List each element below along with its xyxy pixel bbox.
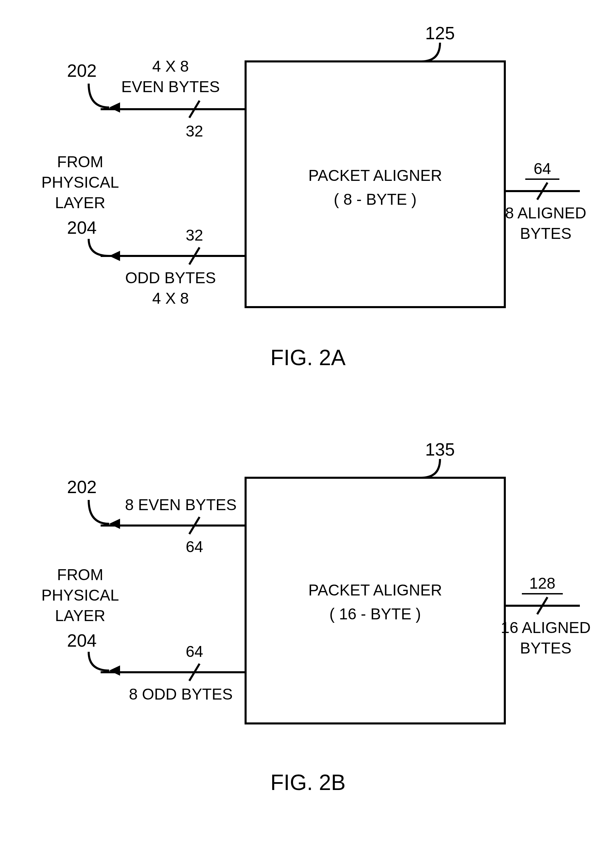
figure-2a: PACKET ALIGNER ( 8 - BYTE ) 125 FROM PHY… [41, 23, 586, 370]
input2-ref-a: 204 [67, 218, 97, 237]
input2-ref-b: 204 [67, 631, 97, 651]
input1-ref-arrow-b [89, 500, 109, 524]
input2-ref-arrow-b [89, 652, 109, 670]
block-ref-leader-a [421, 43, 440, 61]
input1-width-b: 64 [185, 538, 203, 556]
source-label-a-3: LAYER [55, 194, 105, 212]
input2-width-a: 32 [185, 226, 203, 244]
figure-2b: PACKET ALIGNER ( 16 - BYTE ) 135 FROM PH… [41, 440, 591, 795]
diagram-canvas: PACKET ALIGNER ( 8 - BYTE ) 125 FROM PHY… [0, 0, 616, 848]
output-label1-a: 8 ALIGNED [505, 204, 586, 222]
source-label-b-1: FROM [57, 566, 103, 584]
input1-ref-arrowhead-a [109, 102, 120, 113]
source-label-b-2: PHYSICAL [41, 586, 119, 604]
output-label1-b: 16 ALIGNED [501, 619, 591, 636]
input2-ref-arrowhead-b [109, 666, 120, 676]
packet-aligner-box-b [246, 478, 505, 723]
input1-label2-a: EVEN BYTES [121, 78, 220, 96]
block-label-a-line2: ( 8 - BYTE ) [334, 190, 417, 208]
block-label-b-line1: PACKET ALIGNER [308, 581, 442, 599]
input2-label2-a: 4 X 8 [152, 289, 189, 307]
input1-width-a: 32 [185, 122, 203, 140]
output-label2-b: BYTES [520, 639, 572, 657]
input2-label1-a: ODD BYTES [125, 269, 216, 287]
output-label2-a: BYTES [520, 225, 572, 242]
output-width-b: 128 [529, 574, 555, 592]
caption-b: FIG. 2B [271, 770, 346, 795]
input1-label1-b: 8 EVEN BYTES [125, 496, 236, 514]
input1-ref-arrowhead-b [109, 519, 120, 529]
input1-ref-a: 202 [67, 61, 97, 80]
input2-width-b: 64 [185, 643, 203, 660]
caption-a: FIG. 2A [271, 345, 346, 370]
block-ref-leader-b [421, 459, 440, 478]
input1-ref-b: 202 [67, 477, 97, 497]
input2-label1-b: 8 ODD BYTES [129, 685, 232, 703]
block-ref-b: 135 [425, 440, 455, 459]
output-width-a: 64 [533, 160, 551, 178]
input2-ref-arrow-a [89, 239, 109, 256]
input2-ref-arrowhead-a [109, 251, 120, 261]
input1-label1-a: 4 X 8 [152, 57, 189, 75]
source-label-a-1: FROM [57, 153, 103, 170]
source-label-a-2: PHYSICAL [41, 173, 119, 191]
block-label-b-line2: ( 16 - BYTE ) [329, 605, 421, 623]
source-label-b-3: LAYER [55, 607, 105, 624]
block-label-a-line1: PACKET ALIGNER [308, 166, 442, 184]
packet-aligner-box-a [246, 61, 505, 307]
input1-ref-arrow-a [89, 84, 109, 107]
block-ref-a: 125 [425, 23, 455, 43]
